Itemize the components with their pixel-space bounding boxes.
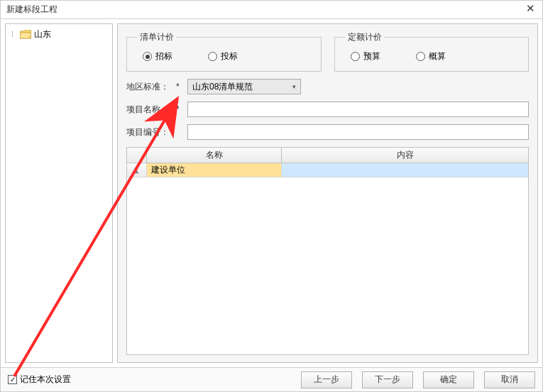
row-region-standard: 地区标准： * 山东08清单规范 ▾	[126, 79, 529, 94]
table-row[interactable]: 1 建设单位	[127, 163, 528, 178]
dialog-body: 山东 清单计价 招标 投标	[1, 19, 542, 367]
footer-buttons: 上一步 下一步 确定 取消	[301, 371, 535, 388]
radio-budget[interactable]: 预算	[351, 50, 380, 62]
list-pricing-radios: 招标 投标	[137, 50, 311, 62]
group-quota-pricing-legend: 定额计价	[345, 31, 385, 43]
region-dropdown[interactable]: 山东08清单规范 ▾	[187, 79, 301, 94]
radio-bid[interactable]: 招标	[143, 50, 172, 62]
radio-icon	[208, 52, 217, 61]
cell-name: 建设单位	[147, 163, 282, 178]
tree-connector-icon	[10, 31, 17, 38]
row-project-no: 项目编号：	[126, 124, 529, 140]
radio-icon	[351, 52, 360, 61]
ok-button[interactable]: 确定	[423, 371, 474, 388]
col-header-name: 名称	[147, 148, 282, 163]
prev-button[interactable]: 上一步	[301, 371, 352, 388]
required-star: *	[176, 104, 183, 114]
group-list-pricing: 清单计价 招标 投标	[126, 31, 322, 72]
required-star: *	[176, 82, 183, 92]
tree-item-label: 山东	[34, 28, 51, 40]
chevron-down-icon: ▾	[292, 83, 296, 90]
details-table: 名称 内容 1 建设单位	[126, 147, 529, 355]
folder-icon	[20, 30, 31, 39]
blank-star	[176, 127, 183, 137]
group-list-pricing-legend: 清单计价	[137, 31, 177, 43]
main-panel: 清单计价 招标 投标 定额计价	[117, 23, 538, 363]
radio-label: 招标	[155, 50, 172, 62]
remember-label: 记住本次设置	[20, 374, 71, 386]
project-no-label: 项目编号：	[126, 126, 172, 138]
table-header: 名称 内容	[127, 148, 528, 163]
dialog-window: 新建标段工程 ✕ 山东 清单计价	[0, 0, 543, 392]
close-icon[interactable]: ✕	[524, 4, 537, 16]
cell-index: 1	[127, 163, 147, 178]
quota-pricing-radios: 预算 概算	[345, 50, 519, 62]
checkbox-icon: ✓	[8, 375, 17, 384]
remember-setting[interactable]: ✓ 记住本次设置	[8, 374, 71, 386]
dialog-footer: ✓ 记住本次设置 上一步 下一步 确定 取消	[1, 367, 542, 391]
project-name-label: 项目名称：	[126, 104, 172, 116]
tree-panel: 山东	[5, 23, 113, 363]
cell-content[interactable]	[282, 163, 528, 178]
col-header-index	[127, 148, 147, 163]
dialog-title: 新建标段工程	[6, 4, 57, 16]
radio-icon	[416, 52, 425, 61]
radio-label: 投标	[221, 50, 238, 62]
col-header-content: 内容	[282, 148, 528, 163]
region-label: 地区标准：	[126, 81, 172, 93]
row-project-name: 项目名称： *	[126, 102, 529, 117]
radio-label: 概算	[429, 50, 446, 62]
radio-tender[interactable]: 投标	[208, 50, 238, 62]
next-button[interactable]: 下一步	[362, 371, 413, 388]
project-no-input[interactable]	[187, 124, 529, 140]
radio-label: 预算	[363, 50, 380, 62]
table-body: 1 建设单位	[127, 163, 528, 354]
pricing-groups: 清单计价 招标 投标 定额计价	[126, 31, 529, 72]
region-dropdown-value: 山东08清单规范	[192, 81, 253, 93]
tree-item-root[interactable]: 山东	[9, 27, 109, 42]
radio-icon	[143, 52, 152, 61]
radio-estimate[interactable]: 概算	[416, 50, 446, 62]
title-bar: 新建标段工程 ✕	[1, 1, 542, 19]
cancel-button[interactable]: 取消	[484, 371, 535, 388]
group-quota-pricing: 定额计价 预算 概算	[334, 31, 530, 72]
project-name-input[interactable]	[187, 102, 529, 117]
